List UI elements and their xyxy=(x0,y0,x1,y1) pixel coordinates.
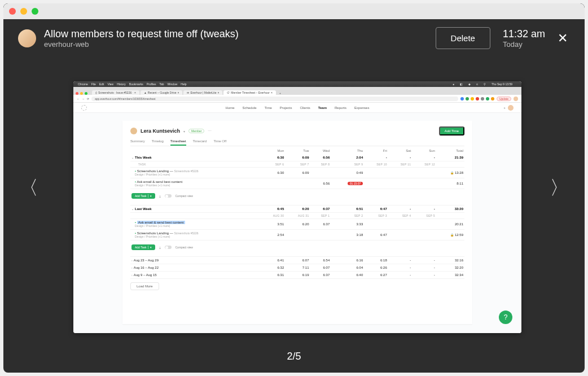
image-counter: 2/5 xyxy=(287,351,301,362)
week-row-collapsed[interactable]: ›Aug 23 – Aug 29 6:416:076:54 6:166:18- … xyxy=(130,257,464,264)
title-block: Allow members to request time off (tweak… xyxy=(44,28,436,49)
member-avatar xyxy=(130,128,137,134)
view-tabs: Summary Timelog Timesheet Timecard Time … xyxy=(130,138,464,146)
screenshot-content: Chrome File Edit View History Bookmarks … xyxy=(73,81,521,333)
task-row[interactable]: • Screenshots Landing — Screenshots #522… xyxy=(130,168,464,178)
task-row[interactable]: • Ask email & send best contentDesign / … xyxy=(130,178,464,189)
user-avatar-icon[interactable] xyxy=(508,105,514,111)
nav-expenses[interactable]: Expenses xyxy=(354,106,369,110)
mac-titlebar xyxy=(3,3,585,19)
week-row-thisweek[interactable]: ⌄This Week 6:306:096:56 2:04-- -21:39 xyxy=(130,154,464,161)
compact-toggle[interactable] xyxy=(165,194,172,198)
prev-arrow-icon[interactable]: 〈 xyxy=(19,175,38,201)
app-topnav: Home Schedule Time Projects Clients Team… xyxy=(73,103,521,113)
next-arrow-icon[interactable]: 〉 xyxy=(550,175,569,201)
screenshot-title: Allow members to request time off (tweak… xyxy=(44,28,436,40)
timesheet-table: MonTueWed ThuFriSat SunTotal ⌄This Week … xyxy=(130,147,464,279)
timestamp-block: 11:32 am Today xyxy=(503,28,545,49)
compact-toggle[interactable] xyxy=(165,246,172,249)
add-task-button[interactable]: Add Task▾ xyxy=(131,193,155,199)
browser-tabstrip: ⎙Screenshots · Issue #5226 ·× ▲Recent – … xyxy=(73,87,521,95)
task-row[interactable]: • Screenshots Landing — Screenshots #522… xyxy=(130,230,464,241)
browser-update-button[interactable]: Update xyxy=(497,97,511,101)
everhour-logo-icon[interactable] xyxy=(81,105,87,111)
help-fab[interactable]: ? xyxy=(499,311,512,324)
extensions xyxy=(460,97,494,100)
url-field[interactable]: app.everhour.com/#/members/103655/timesh… xyxy=(91,97,458,101)
running-timer[interactable]: 01:15:07 xyxy=(348,182,363,185)
task-row[interactable]: • Ask email & send best contentDesign / … xyxy=(130,219,464,230)
browser-tab-active[interactable]: ⏱Member Timesheet – Everhour× xyxy=(223,90,276,95)
nav-projects[interactable]: Projects xyxy=(280,106,292,110)
tab-timeoff[interactable]: Time Off xyxy=(213,138,226,146)
delete-button[interactable]: Delete xyxy=(436,27,490,49)
tab-summary[interactable]: Summary xyxy=(130,138,145,146)
member-name: Lera Kuntsevich xyxy=(141,128,180,134)
browser-tab[interactable]: ⎙Screenshots · Issue #5226 ·× xyxy=(92,90,139,95)
browser-tab[interactable]: ▲Recent – Google Drive× xyxy=(141,90,182,95)
address-bar: ← → ⟳ app.everhour.com/#/members/103655/… xyxy=(73,95,521,103)
browser-tab[interactable]: ✉Everhour | MailerLite× xyxy=(183,90,222,95)
tab-timesheet[interactable]: Timesheet xyxy=(170,138,186,146)
play-icon[interactable]: ▸ xyxy=(504,106,506,110)
author-avatar xyxy=(18,29,36,47)
project-subtitle: everhour-web xyxy=(44,40,436,49)
nav-menu: Home Schedule Time Projects Clients Team… xyxy=(226,106,370,110)
timestamp-time: 11:32 am xyxy=(503,28,545,40)
timestamp-day: Today xyxy=(503,40,545,49)
menubar-clock: Thu Sep 9 13:59 xyxy=(492,82,512,86)
mac-menubar: Chrome File Edit View History Bookmarks … xyxy=(73,81,521,87)
zoom-dot[interactable] xyxy=(32,8,38,15)
nav-schedule[interactable]: Schedule xyxy=(243,106,257,110)
add-time-button[interactable]: Add Time xyxy=(439,126,464,135)
timesheet-panel: Lera Kuntsevich ▾ Member ⋯ Add Time Summ… xyxy=(122,121,472,324)
nav-clients[interactable]: Clients xyxy=(300,106,310,110)
download-icon[interactable]: ⤓ xyxy=(159,194,161,198)
add-task-button[interactable]: Add Task▾ xyxy=(131,244,155,250)
close-icon[interactable]: ✕ xyxy=(555,29,570,48)
nav-home[interactable]: Home xyxy=(226,106,235,110)
lightbox-header: Allow members to request time off (tweak… xyxy=(3,19,585,57)
profile-avatar-icon[interactable] xyxy=(514,97,518,101)
minimize-dot[interactable] xyxy=(20,8,27,15)
lock-icon: 🔒 xyxy=(450,233,454,237)
tab-timecard[interactable]: Timecard xyxy=(193,138,207,146)
new-tab-icon[interactable]: + xyxy=(277,91,283,95)
back-icon[interactable]: ← xyxy=(77,97,80,100)
nav-reports[interactable]: Reports xyxy=(335,106,346,110)
week-row-collapsed[interactable]: ›Aug 9 – Aug 15 6:316:196:37 6:406:27- -… xyxy=(130,272,464,279)
window-controls[interactable] xyxy=(9,8,38,15)
nav-time[interactable]: Time xyxy=(265,106,272,110)
menubar-app: Chrome xyxy=(78,82,88,86)
lock-icon: 🔒 xyxy=(450,171,454,174)
nav-team[interactable]: Team xyxy=(318,106,327,110)
tab-timelog[interactable]: Timelog xyxy=(152,138,164,146)
role-badge: Member xyxy=(188,129,204,133)
lightbox-window: Allow members to request time off (tweak… xyxy=(3,3,585,373)
week-row-lastweek[interactable]: ⌄Last Week 6:456:206:37 6:516:47- -33:20 xyxy=(130,206,464,213)
week-row-collapsed[interactable]: ›Aug 16 – Aug 22 6:327:116:07 6:046:26- … xyxy=(130,264,464,272)
reload-icon[interactable]: ⟳ xyxy=(87,97,89,100)
header-row: MonTueWed ThuFriSat SunTotal xyxy=(130,147,464,154)
forward-icon[interactable]: → xyxy=(82,97,85,100)
load-more-button[interactable]: Load More xyxy=(130,282,159,290)
download-icon[interactable]: ⤓ xyxy=(159,246,161,250)
close-dot[interactable] xyxy=(9,8,16,15)
